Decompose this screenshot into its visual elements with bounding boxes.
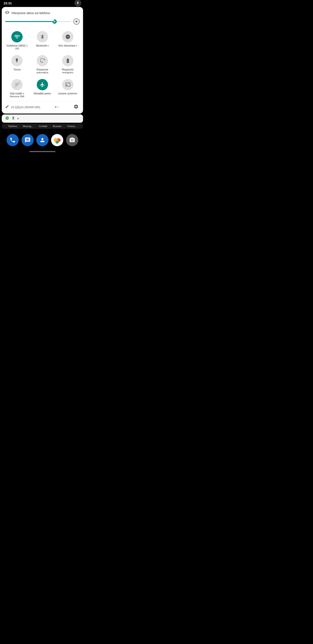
footer-left: 10 (QQ2A.200405.005)	[5, 105, 40, 110]
home-icons	[0, 130, 85, 148]
wifi-expand-arrow: ›	[23, 36, 23, 38]
brightness-row	[5, 18, 79, 24]
mobile-data-text1: Dati mobili	[10, 92, 22, 95]
rotation-icon	[37, 55, 48, 66]
footer-dot-2	[57, 106, 59, 108]
tile-bluetooth[interactable]: Bluetooth ▾	[31, 29, 54, 52]
rotation-label: Rotazione automatica	[36, 68, 48, 74]
status-bar: 15:31	[0, 0, 85, 6]
quick-settings-panel: Vibrazione attiva sul telefono	[2, 7, 83, 114]
panel-footer: 10 (QQ2A.200405.005)	[5, 101, 79, 110]
wifi-ssid2: 165	[15, 47, 19, 50]
torch-icon	[11, 55, 22, 66]
mobile-data-text2: Nessuna SIM	[10, 95, 24, 98]
tile-rotation[interactable]: Rotazione automatica	[31, 53, 54, 76]
nav-pill	[29, 151, 55, 152]
mobile-data-icon	[11, 79, 22, 90]
bluetooth-icon	[37, 31, 48, 42]
app-dock: Telefono Messag... Contatti Browser Foto…	[2, 124, 83, 129]
app-telefono[interactable]	[6, 134, 19, 146]
bluetooth-label: Bluetooth ▾	[36, 44, 49, 47]
notification-bar	[2, 114, 83, 123]
vibration-icon	[5, 10, 9, 16]
tile-wifi[interactable]: › Vodafone-33602 ▾ 165	[5, 29, 29, 52]
mic-button[interactable]	[74, 0, 81, 6]
battery-saver-label: Risparmio energetico	[62, 68, 74, 74]
torch-label: Torcia	[13, 68, 20, 72]
dock-app-telefono[interactable]: Telefono	[8, 125, 17, 128]
rotation-text1: Rotazione	[36, 68, 48, 71]
app-chrome[interactable]	[51, 134, 63, 146]
dock-app-fotoca[interactable]: Fotoca...	[67, 125, 77, 128]
dnd-icon	[62, 31, 73, 42]
app-contatti[interactable]	[36, 134, 48, 146]
vibration-row: Vibrazione attiva sul telefono	[5, 10, 79, 16]
wifi-label: Vodafone-33602 ▾ 165	[6, 44, 28, 50]
wifi-dropdown-arrow: ▾	[26, 44, 28, 47]
edit-icon[interactable]	[5, 105, 9, 110]
tile-mobile-data[interactable]: Dati mobili ▾ Nessuna SIM	[5, 77, 29, 100]
mobile-data-arrow: ▾	[23, 92, 24, 95]
brightness-max-icon[interactable]	[73, 18, 79, 24]
app-camera[interactable]	[66, 134, 78, 146]
tile-torch[interactable]: Torcia	[5, 53, 29, 76]
mobile-data-label: Dati mobili ▾ Nessuna SIM	[10, 92, 24, 98]
footer-dot-1	[55, 106, 56, 108]
dock-app-messaggi[interactable]: Messag...	[23, 125, 33, 128]
notif-icon-plant	[5, 116, 9, 121]
svg-point-2	[56, 140, 58, 141]
bluetooth-text: Bluetooth	[36, 44, 47, 47]
cast-label: issione schermo	[58, 92, 77, 96]
tile-battery-saver[interactable]: Risparmio energetico	[56, 53, 79, 76]
battery-text2: energetico	[62, 71, 73, 74]
slider-track	[5, 21, 71, 22]
rotation-text2: automatica	[36, 71, 48, 74]
cast-icon	[62, 79, 73, 90]
battery-text1: Risparmio	[62, 68, 74, 71]
tile-airplane[interactable]: Modalità aereo	[31, 77, 54, 100]
notif-icon-download	[11, 116, 15, 121]
brightness-slider[interactable]	[5, 19, 71, 24]
nav-bar	[0, 148, 85, 155]
status-time: 15:31	[3, 1, 12, 5]
dock-app-contatti[interactable]: Contatti	[39, 125, 47, 128]
quick-tiles-grid: › Vodafone-33602 ▾ 165 Bluetooth ▾	[5, 29, 79, 100]
footer-dots	[55, 106, 59, 108]
notification-icons	[5, 116, 19, 121]
settings-button[interactable]	[73, 104, 79, 110]
battery-saver-icon	[62, 55, 73, 66]
vibration-text: Vibrazione attiva sul telefono	[11, 11, 50, 15]
bluetooth-dropdown-arrow: ▾	[48, 44, 49, 47]
build-text: 10 (QQ2A.200405.005)	[11, 106, 40, 109]
dnd-text: Non disturbare	[58, 44, 76, 47]
airplane-icon	[37, 79, 48, 90]
slider-fill	[5, 21, 54, 22]
slider-thumb-inner	[54, 21, 55, 22]
airplane-label: Modalità aereo	[34, 92, 51, 96]
dnd-dropdown-arrow: ▾	[76, 44, 77, 47]
tile-cast[interactable]: issione schermo	[56, 77, 79, 100]
dock-app-browser[interactable]: Browser	[53, 125, 61, 128]
slider-thumb[interactable]	[52, 19, 57, 24]
tile-dnd[interactable]: Non disturbare ▾	[56, 29, 79, 52]
notif-icon-dot	[17, 118, 19, 119]
dnd-label: Non disturbare ▾	[58, 44, 77, 47]
wifi-ssid: Vodafone-33602	[6, 44, 25, 47]
wifi-icon: ›	[11, 31, 22, 42]
app-messaggi[interactable]	[21, 134, 34, 146]
